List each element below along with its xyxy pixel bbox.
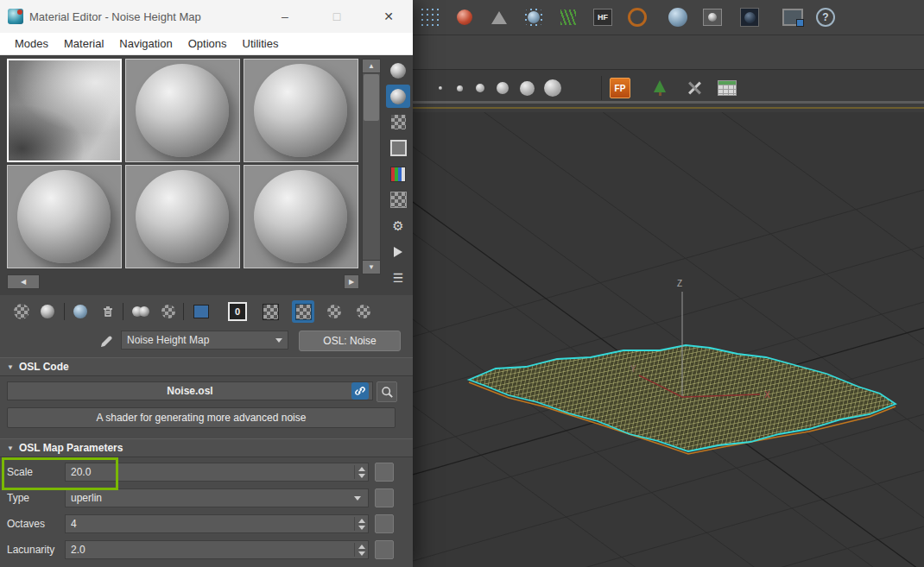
spinner-down-icon[interactable] (358, 551, 365, 556)
hf-badge-label: HF (593, 9, 612, 26)
octaves-map-button[interactable] (375, 514, 394, 533)
spinner-up-icon[interactable] (358, 467, 365, 471)
snap-toggle-icon[interactable] (420, 7, 440, 28)
type-map-button[interactable] (375, 488, 394, 507)
fp-button[interactable]: FP (610, 78, 630, 98)
render-sphere-icon[interactable] (668, 7, 688, 28)
render-material-icon[interactable] (454, 7, 475, 28)
material-sample-slot[interactable] (244, 59, 358, 162)
scale-field[interactable] (65, 463, 369, 482)
brush-size-dot-4[interactable] (492, 78, 513, 98)
brush-size-dot-3[interactable] (470, 78, 490, 98)
scroll-left-button[interactable]: ◀ (7, 274, 40, 289)
chevron-down-icon (275, 338, 282, 343)
search-shader-button[interactable] (377, 381, 397, 402)
close-button[interactable]: ✕ (373, 0, 404, 33)
menu-options[interactable]: Options (180, 33, 235, 55)
material-sample-slot[interactable] (7, 165, 122, 268)
brush-size-dot-1[interactable] (430, 78, 451, 98)
sample-sphere (17, 170, 111, 263)
video-color-check-icon[interactable] (386, 162, 410, 186)
sample-sphere (136, 64, 229, 157)
make-material-copy-icon[interactable] (130, 300, 152, 323)
put-material-to-scene-icon[interactable] (36, 300, 59, 323)
lacunarity-map-button[interactable] (375, 540, 394, 559)
brush-size-dot-5[interactable] (516, 78, 537, 98)
spinner-down-icon[interactable] (358, 474, 365, 478)
link-file-button[interactable] (351, 382, 369, 400)
delete-map-icon[interactable] (97, 300, 119, 323)
material-sample-slot-active[interactable] (7, 59, 122, 162)
panel-sphere-icon[interactable] (702, 7, 723, 28)
scale-map-button[interactable] (375, 463, 394, 482)
octaves-input[interactable] (66, 518, 330, 530)
material-sample-slot[interactable] (244, 165, 358, 268)
axis-y-label: Y (630, 364, 636, 374)
assign-material-to-selection-icon[interactable] (69, 300, 92, 323)
background-icon[interactable] (386, 110, 410, 134)
pick-material-eyedropper-icon[interactable] (98, 332, 116, 350)
menu-navigation[interactable]: Navigation (111, 33, 180, 55)
scroll-up-button[interactable]: ▲ (362, 59, 381, 73)
material-sample-slot[interactable] (125, 59, 240, 162)
dotted-sphere-icon[interactable] (523, 7, 544, 28)
osl-file-button[interactable]: Noise.osl (7, 381, 373, 400)
copper-ring-icon[interactable] (627, 7, 648, 28)
shader-description-button[interactable]: A shader for generating more advanced no… (7, 407, 396, 428)
scale-input[interactable] (66, 466, 330, 478)
sample-type-icon[interactable] (386, 59, 410, 82)
material-id-channel-icon[interactable]: 0 (226, 300, 249, 323)
pyramid-icon[interactable] (489, 7, 509, 28)
show-background-icon[interactable] (259, 300, 282, 323)
scale-spinner[interactable] (354, 465, 365, 479)
brush-size-dot-6[interactable] (542, 78, 563, 98)
make-preview-icon[interactable] (386, 188, 410, 211)
rollout-osl-code-header[interactable]: ▼ OSL Code (0, 357, 413, 376)
material-editor-icon[interactable] (739, 7, 760, 28)
lacunarity-spinner[interactable] (354, 543, 365, 557)
menu-utilities[interactable]: Utilities (235, 33, 287, 55)
tools-icon[interactable] (684, 78, 705, 98)
osl-file-label: Noise.osl (167, 385, 212, 397)
spinner-up-icon[interactable] (358, 519, 365, 523)
sample-sphere (254, 170, 347, 263)
select-by-material-icon[interactable] (386, 240, 410, 263)
make-unique-icon[interactable] (157, 300, 180, 323)
spinner-down-icon[interactable] (358, 526, 365, 530)
octaves-spinner[interactable] (354, 517, 365, 531)
brush-size-dot-2[interactable] (449, 78, 470, 98)
put-to-library-icon[interactable] (190, 300, 212, 323)
scroll-right-button[interactable]: ▶ (344, 274, 359, 289)
get-material-icon[interactable] (10, 300, 33, 323)
help-icon[interactable]: ? (815, 7, 836, 28)
spinner-up-icon[interactable] (358, 545, 365, 549)
lacunarity-input[interactable] (66, 544, 330, 556)
tree-icon[interactable] (649, 78, 670, 98)
show-map-in-viewport-icon[interactable] (292, 300, 314, 323)
foliage-icon[interactable] (558, 7, 579, 28)
go-to-parent-icon[interactable] (323, 300, 345, 323)
menu-modes[interactable]: Modes (7, 33, 56, 55)
minimize-button[interactable]: – (269, 0, 301, 33)
titlebar[interactable]: Material Editor - Noise Height Map – □ ✕ (0, 0, 413, 34)
material-name-dropdown[interactable]: Noise Height Map (121, 331, 288, 350)
material-sample-slot[interactable] (125, 165, 240, 268)
spreadsheet-icon[interactable] (717, 78, 737, 98)
rollout-osl-params-header[interactable]: ▼ OSL Map Parameters (0, 438, 413, 457)
maximize-button[interactable]: □ (321, 0, 352, 33)
go-forward-sibling-icon[interactable] (352, 300, 375, 323)
sample-vscroll-thumb[interactable] (364, 74, 379, 121)
options-gear-icon[interactable]: ⚙ (386, 214, 410, 237)
type-dropdown[interactable]: uperlin (65, 488, 369, 507)
material-map-navigator-icon[interactable]: ☰ (386, 266, 410, 289)
monitor-icon[interactable] (782, 7, 803, 28)
octaves-field[interactable] (65, 514, 369, 533)
scroll-down-button[interactable]: ▼ (362, 260, 381, 274)
sample-tiling-icon[interactable] (386, 136, 410, 160)
lacunarity-field[interactable] (65, 540, 369, 559)
viewport-canvas[interactable]: Z X Y (413, 112, 924, 567)
material-type-button[interactable]: OSL: Noise (299, 331, 401, 351)
hf-badge-icon[interactable]: HF (592, 7, 613, 28)
backlight-icon[interactable] (386, 85, 410, 108)
menu-material[interactable]: Material (56, 33, 111, 55)
